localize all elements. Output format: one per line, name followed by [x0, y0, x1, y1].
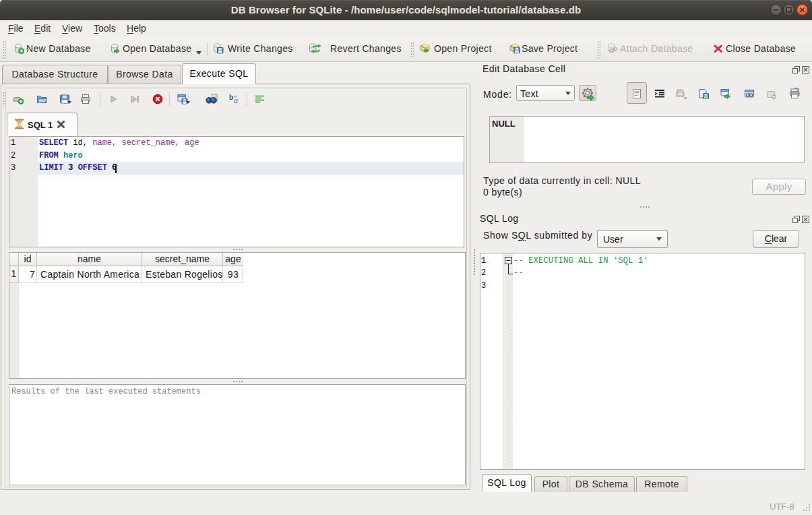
svg-text:b: b — [229, 94, 233, 101]
